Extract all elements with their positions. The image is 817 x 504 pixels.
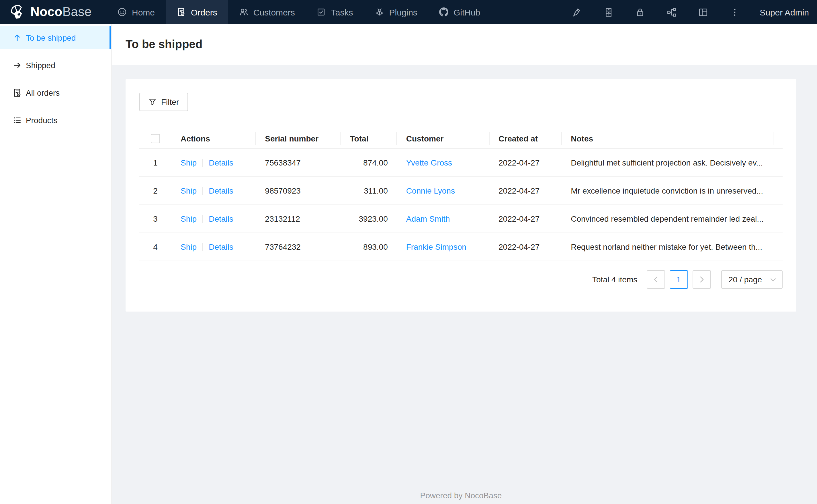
row-index: 1: [139, 149, 171, 177]
database-icon[interactable]: [593, 0, 625, 24]
cell-notes: Mr excellence inquietude conviction is i…: [561, 177, 773, 205]
cell-created-at: 2022-04-27: [489, 205, 561, 233]
nav-tab-customers[interactable]: Customers: [228, 0, 306, 24]
nav-tab-label: Tasks: [331, 7, 353, 17]
ship-link[interactable]: Ship: [180, 243, 196, 252]
sidebar-item-to-be-shipped[interactable]: To be shipped: [0, 26, 111, 49]
sidebar-item-label: Shipped: [26, 61, 55, 70]
cell-spacer: [773, 149, 783, 177]
orders-card: Filter Actions Serial number: [125, 79, 796, 312]
cell-customer: Yvette Gross: [397, 149, 489, 177]
smile-icon: [117, 7, 127, 17]
cell-serial-number: 98570923: [256, 177, 341, 205]
sidebar-item-shipped[interactable]: Shipped: [0, 54, 111, 77]
api-icon[interactable]: [656, 0, 688, 24]
cell-serial-number: 23132112: [256, 205, 341, 233]
nav-tab-github[interactable]: GitHub: [428, 0, 491, 24]
cell-created-at: 2022-04-27: [489, 233, 561, 261]
filter-button[interactable]: Filter: [139, 93, 188, 111]
sidebar-item-all-orders[interactable]: All orders: [0, 81, 111, 104]
sidebar-item-label: All orders: [26, 88, 60, 97]
row-index: 3: [139, 205, 171, 233]
nav-tab-tasks[interactable]: Tasks: [306, 0, 364, 24]
nav-tab-plugins[interactable]: Plugins: [364, 0, 428, 24]
layout-icon[interactable]: [688, 0, 719, 24]
cell-customer: Connie Lyons: [397, 177, 489, 205]
table-row: 4 ShipDetails 73764232 893.00 Frankie Si…: [139, 233, 783, 261]
page-1-button[interactable]: 1: [669, 271, 688, 289]
action-divider: [202, 159, 203, 167]
brand-text-bold: Noco: [30, 5, 62, 19]
filter-icon: [148, 98, 156, 106]
table-row: 2 ShipDetails 98570923 311.00 Connie Lyo…: [139, 177, 783, 205]
cell-notes: Request norland neither mistake for yet.…: [561, 233, 773, 261]
nav-tab-label: Customers: [254, 7, 295, 17]
page-size-select[interactable]: 20 / page: [721, 271, 783, 289]
customers-icon: [239, 7, 248, 17]
column-header-notes: Notes: [561, 128, 773, 149]
select-all-header: [139, 128, 171, 149]
cell-spacer: [773, 205, 783, 233]
arrow-up-icon: [13, 33, 22, 42]
user-menu[interactable]: Super Admin: [751, 7, 812, 17]
row-actions: ShipDetails: [171, 177, 256, 205]
nav-tab-label: Plugins: [389, 7, 417, 17]
next-page-button[interactable]: [692, 271, 711, 289]
details-link[interactable]: Details: [209, 158, 233, 168]
cell-total: 311.00: [341, 177, 397, 205]
cell-customer: Adam Smith: [397, 205, 489, 233]
cell-spacer: [773, 233, 783, 261]
customer-link[interactable]: Frankie Simpson: [406, 243, 466, 252]
nav-tab-label: GitHub: [453, 7, 480, 17]
list-icon: [13, 116, 22, 125]
cell-notes: Delightful met sufficient projection ask…: [561, 149, 773, 177]
nocobase-logo[interactable]: NocoBase: [0, 0, 107, 24]
cell-total: 893.00: [341, 233, 397, 261]
customer-link[interactable]: Yvette Gross: [406, 158, 452, 168]
nav-tab-home[interactable]: Home: [107, 0, 166, 24]
details-link[interactable]: Details: [209, 214, 233, 224]
order-check-icon: [176, 7, 186, 17]
customer-link[interactable]: Adam Smith: [406, 214, 450, 224]
github-icon: [439, 7, 448, 17]
nav-tab-label: Orders: [191, 7, 217, 17]
cell-created-at: 2022-04-27: [489, 149, 561, 177]
bug-icon: [375, 7, 384, 17]
select-all-checkbox[interactable]: [151, 134, 160, 143]
content-area: Filter Actions Serial number: [112, 65, 817, 504]
lock-icon[interactable]: [625, 0, 656, 24]
details-link[interactable]: Details: [209, 186, 233, 196]
powered-by-footer[interactable]: Powered by NocoBase: [125, 491, 796, 504]
action-divider: [202, 215, 203, 223]
highlighter-icon[interactable]: [561, 0, 593, 24]
ship-link[interactable]: Ship: [180, 186, 196, 196]
table-row: 3 ShipDetails 23132112 3923.00 Adam Smit…: [139, 205, 783, 233]
cell-notes: Convinced resembled dependent remainder …: [561, 205, 773, 233]
sidebar-item-products[interactable]: Products: [0, 109, 111, 132]
row-actions: ShipDetails: [171, 149, 256, 177]
action-divider: [202, 243, 203, 251]
prev-page-button[interactable]: [647, 271, 665, 289]
nav-tab-orders[interactable]: Orders: [166, 0, 228, 24]
cell-spacer: [773, 177, 783, 205]
more-icon[interactable]: [719, 0, 751, 24]
order-check-icon: [13, 88, 22, 97]
brand-text-light: Base: [62, 5, 92, 19]
cell-serial-number: 75638347: [256, 149, 341, 177]
nocobase-cube-icon: [10, 5, 25, 19]
row-index: 4: [139, 233, 171, 261]
ship-link[interactable]: Ship: [180, 214, 196, 224]
pagination-total: Total 4 items: [592, 275, 637, 284]
pagination: Total 4 items 1 20 / page: [139, 271, 783, 289]
page-header: To be shipped: [112, 24, 817, 65]
table-row: 1 ShipDetails 75638347 874.00 Yvette Gro…: [139, 149, 783, 177]
ship-link[interactable]: Ship: [180, 158, 196, 168]
details-link[interactable]: Details: [209, 243, 233, 252]
cell-serial-number: 73764232: [256, 233, 341, 261]
cell-total: 3923.00: [341, 205, 397, 233]
orders-table: Actions Serial number Total Customer Cre…: [139, 128, 783, 261]
sidebar: To be shipped Shipped All orders: [0, 24, 112, 504]
column-header-total: Total: [341, 128, 397, 149]
customer-link[interactable]: Connie Lyons: [406, 186, 455, 196]
sidebar-item-label: Products: [26, 116, 58, 125]
